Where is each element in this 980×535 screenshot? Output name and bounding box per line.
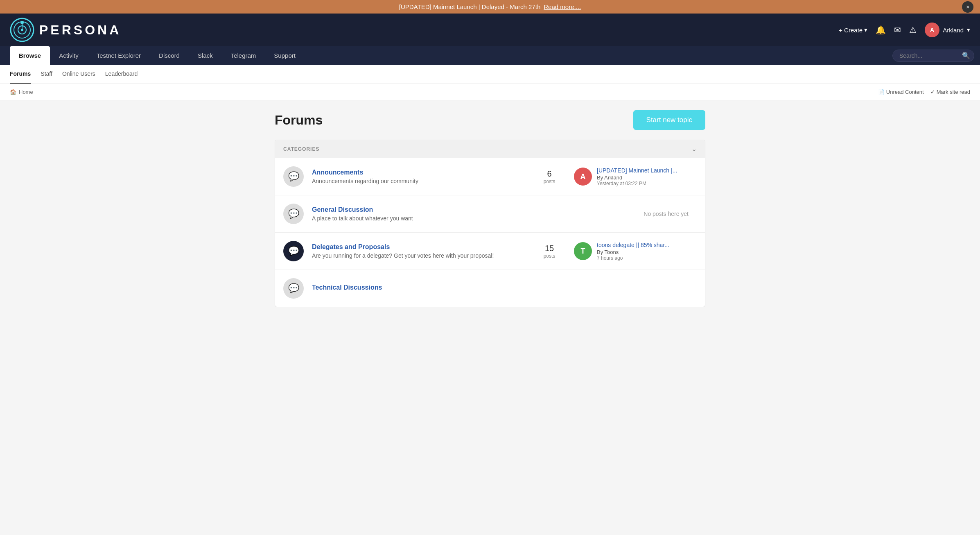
breadcrumb-bar: 🏠 Home 📄 Unread Content ✓ Mark site read <box>0 84 980 100</box>
category-posts-announcements: 6 posts <box>533 169 566 184</box>
category-icon-announcements: 💬 <box>283 166 304 187</box>
banner-read-more[interactable]: Read more.... <box>544 3 581 10</box>
svg-point-4 <box>21 29 23 31</box>
no-posts-general: No posts here yet <box>574 211 697 217</box>
category-name-technical[interactable]: Technical Discussions <box>312 284 525 291</box>
page-title: Forums <box>275 113 323 128</box>
posts-count: 6 <box>533 169 566 179</box>
latest-info: [UPDATED] Mainnet Launch |... By Arkland… <box>597 167 677 186</box>
categories-title: CATEGORIES <box>283 146 319 152</box>
subnav-item-staff[interactable]: Staff <box>41 65 52 84</box>
main-header: PERSONA + Create ▾ 🔔 ✉ ⚠ A Arkland ▾ <box>0 14 980 46</box>
category-icon-delegates: 💬 <box>283 241 304 261</box>
category-row: 💬 Delegates and Proposals Are you runnin… <box>275 233 705 270</box>
header-actions: + Create ▾ 🔔 ✉ ⚠ A Arkland ▾ <box>839 23 970 37</box>
category-icon-technical: 💬 <box>283 278 304 299</box>
latest-author: By Arkland <box>597 175 677 181</box>
latest-title[interactable]: [UPDATED] Mainnet Launch |... <box>597 167 677 174</box>
category-name-announcements[interactable]: Announcements <box>312 169 525 176</box>
page-content: Forums Start new topic CATEGORIES ⌄ 💬 An… <box>265 100 715 317</box>
posts-label: posts <box>533 253 566 259</box>
breadcrumb-actions: 📄 Unread Content ✓ Mark site read <box>878 89 970 95</box>
category-desc-delegates: Are you running for a delegate? Get your… <box>312 252 525 259</box>
posts-label: posts <box>533 179 566 184</box>
messages-button[interactable]: ✉ <box>894 25 901 35</box>
category-info-delegates: Delegates and Proposals Are you running … <box>312 243 525 259</box>
latest-title[interactable]: toons delegate || 85% shar... <box>597 242 669 248</box>
logo-icon <box>10 18 34 42</box>
tab-support[interactable]: Support <box>265 46 305 65</box>
subnav-item-online-users[interactable]: Online Users <box>62 65 95 84</box>
categories-container: CATEGORIES ⌄ 💬 Announcements Announcemen… <box>275 140 705 307</box>
logo: PERSONA <box>10 18 121 42</box>
bubble-icon: 💬 <box>288 283 299 294</box>
category-row: 💬 Announcements Announcements regarding … <box>275 158 705 195</box>
categories-header: CATEGORIES ⌄ <box>275 140 705 158</box>
bubble-icon: 💬 <box>288 246 299 256</box>
logo-text: PERSONA <box>39 23 121 38</box>
category-name-delegates[interactable]: Delegates and Proposals <box>312 243 525 251</box>
bubble-icon: 💬 <box>288 171 299 182</box>
category-info-announcements: Announcements Announcements regarding ou… <box>312 169 525 184</box>
announcement-banner: [UPDATED] Mainnet Launch | Delayed - Mar… <box>0 0 980 14</box>
svg-point-3 <box>20 21 24 24</box>
category-row: 💬 General Discussion A place to talk abo… <box>275 195 705 233</box>
start-new-topic-button[interactable]: Start new topic <box>633 110 705 130</box>
category-posts-delegates: 15 posts <box>533 244 566 259</box>
latest-avatar: T <box>574 242 592 260</box>
category-latest-delegates: T toons delegate || 85% shar... By Toons… <box>574 242 697 261</box>
bubble-icon: 💬 <box>288 209 299 219</box>
tab-testnet-explorer[interactable]: Testnet Explorer <box>88 46 150 65</box>
breadcrumb-home[interactable]: Home <box>19 89 33 95</box>
posts-count: 15 <box>533 244 566 253</box>
banner-text: [UPDATED] Mainnet Launch | Delayed - Mar… <box>399 3 540 10</box>
search-button[interactable]: 🔍 <box>962 52 970 59</box>
unread-content-link[interactable]: 📄 Unread Content <box>878 89 924 95</box>
unread-icon: 📄 <box>878 89 885 95</box>
category-icon-general: 💬 <box>283 204 304 224</box>
alerts-button[interactable]: ⚠ <box>909 25 917 35</box>
category-desc-announcements: Announcements regarding our community <box>312 178 525 184</box>
category-desc-general: A place to talk about whatever you want <box>312 215 525 222</box>
subnav-item-forums[interactable]: Forums <box>10 65 31 84</box>
tab-activity[interactable]: Activity <box>50 46 88 65</box>
latest-author: By Toons <box>597 249 669 255</box>
page-header: Forums Start new topic <box>275 110 705 130</box>
latest-time: Yesterday at 03:22 PM <box>597 181 677 186</box>
main-navbar: Browse Activity Testnet Explorer Discord… <box>0 46 980 65</box>
tab-discord[interactable]: Discord <box>150 46 189 65</box>
check-icon: ✓ <box>930 89 935 95</box>
breadcrumb: 🏠 Home <box>10 89 33 95</box>
tab-slack[interactable]: Slack <box>189 46 222 65</box>
category-name-general[interactable]: General Discussion <box>312 206 525 213</box>
home-icon: 🏠 <box>10 89 16 95</box>
subnav-item-leaderboard[interactable]: Leaderboard <box>105 65 138 84</box>
avatar: A <box>925 23 939 37</box>
category-info-technical: Technical Discussions <box>312 284 525 293</box>
banner-close-button[interactable]: × <box>962 1 973 13</box>
create-button[interactable]: + Create ▾ <box>839 26 867 34</box>
category-row: 💬 Technical Discussions <box>275 270 705 307</box>
category-latest-announcements: A [UPDATED] Mainnet Launch |... By Arkla… <box>574 167 697 186</box>
latest-info: toons delegate || 85% shar... By Toons 7… <box>597 242 669 261</box>
search-container: 🔍 <box>892 50 970 62</box>
latest-time: 7 hours ago <box>597 255 669 261</box>
category-info-general: General Discussion A place to talk about… <box>312 206 525 222</box>
sub-navbar: Forums Staff Online Users Leaderboard <box>0 65 980 84</box>
tab-browse[interactable]: Browse <box>10 46 50 65</box>
user-menu-button[interactable]: A Arkland ▾ <box>925 23 970 37</box>
latest-avatar: A <box>574 168 592 186</box>
notifications-button[interactable]: 🔔 <box>876 25 886 35</box>
collapse-icon[interactable]: ⌄ <box>691 145 697 153</box>
mark-site-read-link[interactable]: ✓ Mark site read <box>930 89 970 95</box>
tab-telegram[interactable]: Telegram <box>222 46 265 65</box>
